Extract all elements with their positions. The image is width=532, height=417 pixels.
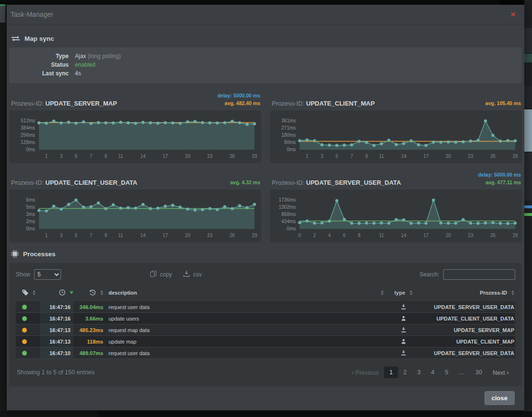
avg-value: avg. 482.40 ms xyxy=(218,99,260,107)
row-duration: 3.66ms xyxy=(73,313,103,324)
chart-svg: 361ms271ms180ms90ms0ms135791114172023262… xyxy=(272,113,520,162)
svg-text:128ms: 128ms xyxy=(21,140,35,145)
pagination-page-4[interactable]: 4 xyxy=(426,367,440,378)
pagination-page-3[interactable]: 3 xyxy=(412,367,426,378)
prozess-id-header-label: Prozess-ID xyxy=(480,290,507,296)
background-fragment xyxy=(524,28,532,53)
csv-label: csv xyxy=(193,271,202,278)
row-duration: 346.04ms xyxy=(73,301,103,312)
task-manager-modal: Task-Manager × Map sync Type Ajax (long … xyxy=(7,5,524,410)
svg-text:2ms: 2ms xyxy=(26,219,35,225)
pagination-page-2[interactable]: 2 xyxy=(398,367,412,378)
row-time: 16:47:13 xyxy=(40,336,73,347)
chart-svg: 6ms5ms3ms2ms0ms1357911141720232629 xyxy=(11,192,259,241)
background-map-fragment xyxy=(524,109,532,152)
modal-body: Map sync Type Ajax (long polling) Status… xyxy=(7,24,524,386)
svg-text:20: 20 xyxy=(185,154,191,159)
copy-icon xyxy=(150,271,157,279)
chart-title: Prozess-ID: UPDATE_CLIENT_USER_DATA xyxy=(11,179,137,186)
svg-text:0ms: 0ms xyxy=(287,226,296,232)
pagination-page-ellipsis: … xyxy=(454,367,471,378)
user-type-icon xyxy=(400,338,407,345)
modal-title: Task-Manager xyxy=(11,11,53,18)
info-row-last-sync: Last sync 4s xyxy=(17,69,514,78)
avg-value: avg. 477.11 ms xyxy=(478,179,521,186)
svg-text:20: 20 xyxy=(446,233,451,238)
chart-title: Prozess-ID: UPDATE_SERVER_USER_DATA xyxy=(272,179,401,186)
pagination-page-1[interactable]: 1 xyxy=(384,367,398,378)
svg-text:90ms: 90ms xyxy=(284,140,296,145)
row-type xyxy=(387,347,419,358)
delay-value: delay: 5000.00 ms xyxy=(478,171,521,179)
table-row[interactable]: 16:47:13 118ms update map UPDATE_CLIENT_… xyxy=(16,336,515,347)
column-duration[interactable] xyxy=(73,287,103,298)
type-label: Type xyxy=(17,52,69,60)
chart-meta: avg. 105.45 ms xyxy=(485,92,521,107)
svg-text:0ms: 0ms xyxy=(26,147,35,153)
column-description[interactable]: description xyxy=(103,287,387,298)
chart-title: Prozess-ID: UPDATE_CLIENT_MAP xyxy=(272,100,375,107)
background-bottom-dark xyxy=(98,411,532,417)
search-group: Search: xyxy=(420,269,515,280)
sort-icon xyxy=(381,290,384,295)
svg-text:23: 23 xyxy=(207,154,213,159)
download-icon xyxy=(183,271,190,278)
tag-icon xyxy=(22,289,28,296)
pagination-page-30[interactable]: 30 xyxy=(470,367,487,378)
chart-svg: 1736ms1302ms868ms434ms0ms024681114172023… xyxy=(272,192,520,241)
svg-text:868ms: 868ms xyxy=(281,212,296,217)
info-row-status: Status enabled xyxy=(17,60,514,69)
row-prozess-id: UPDATE_SERVER_MAP xyxy=(419,324,515,335)
svg-text:11: 11 xyxy=(118,233,123,238)
clock-icon xyxy=(59,289,65,296)
chart-canvas: 1736ms1302ms868ms434ms0ms024681114172023… xyxy=(270,190,522,242)
svg-text:17: 17 xyxy=(163,233,169,238)
svg-text:14: 14 xyxy=(401,154,407,159)
pagination: ‹ Previous12345…30Next › xyxy=(346,366,514,379)
row-prozess-id: UPDATE_SERVER_USER_DATA xyxy=(419,347,515,358)
close-icon[interactable]: × xyxy=(510,11,516,18)
svg-text:29: 29 xyxy=(512,233,518,238)
table-row[interactable]: 16:47:16 346.04ms request user data UPDA… xyxy=(16,301,515,313)
sort-icon xyxy=(511,290,514,295)
background-fragment xyxy=(524,213,532,216)
column-time[interactable] xyxy=(40,287,73,298)
chart-meta: delay: 5000.00 ms avg. 477.11 ms xyxy=(478,171,521,186)
pagination-page-5[interactable]: 5 xyxy=(440,367,454,378)
column-type[interactable]: type xyxy=(387,287,419,298)
row-duration: 489.07ms xyxy=(73,347,103,358)
row-description: request map data xyxy=(103,324,387,335)
svg-text:20: 20 xyxy=(185,233,191,238)
status-value: enabled xyxy=(75,60,96,69)
exchange-icon xyxy=(11,36,20,42)
row-description: request user data xyxy=(103,347,387,358)
show-entries-select[interactable]: 5 xyxy=(34,269,61,280)
svg-text:6: 6 xyxy=(343,233,346,238)
status-dot xyxy=(22,339,27,344)
svg-text:17: 17 xyxy=(423,233,429,238)
copy-button[interactable]: copy xyxy=(150,271,172,279)
user-type-icon xyxy=(400,315,407,322)
history-icon xyxy=(89,289,96,296)
table-row[interactable]: 16:47:10 489.07ms request user data UPDA… xyxy=(16,347,515,359)
table-footer: Showing 1 to 5 of 150 entries ‹ Previous… xyxy=(16,359,515,385)
svg-text:17: 17 xyxy=(163,154,169,159)
status-dot xyxy=(22,316,27,321)
search-input[interactable] xyxy=(443,269,515,280)
close-button[interactable]: close xyxy=(484,391,515,405)
sort-icon xyxy=(33,290,36,295)
chart-canvas: 6ms5ms3ms2ms0ms1357911141720232629 xyxy=(9,190,261,242)
column-prozess-id[interactable]: Prozess-ID xyxy=(419,287,515,298)
column-status[interactable] xyxy=(16,287,40,298)
svg-text:5: 5 xyxy=(336,154,339,159)
csv-button[interactable]: csv xyxy=(183,271,202,278)
chart-update-server-map: Prozess-ID: UPDATE_SERVER_MAP delay: 500… xyxy=(9,92,261,163)
row-type xyxy=(387,313,419,324)
table-row[interactable]: 16:47:13 485.23ms request map data UPDAT… xyxy=(16,324,515,336)
svg-text:9: 9 xyxy=(365,154,368,159)
pagination-previous[interactable]: ‹ Previous xyxy=(346,366,384,379)
table-row[interactable]: 16:47:16 3.66ms update users UPDATE_CLIE… xyxy=(16,313,515,324)
row-status xyxy=(16,347,40,358)
pagination-next[interactable]: Next › xyxy=(487,366,514,379)
status-dot xyxy=(22,305,27,310)
